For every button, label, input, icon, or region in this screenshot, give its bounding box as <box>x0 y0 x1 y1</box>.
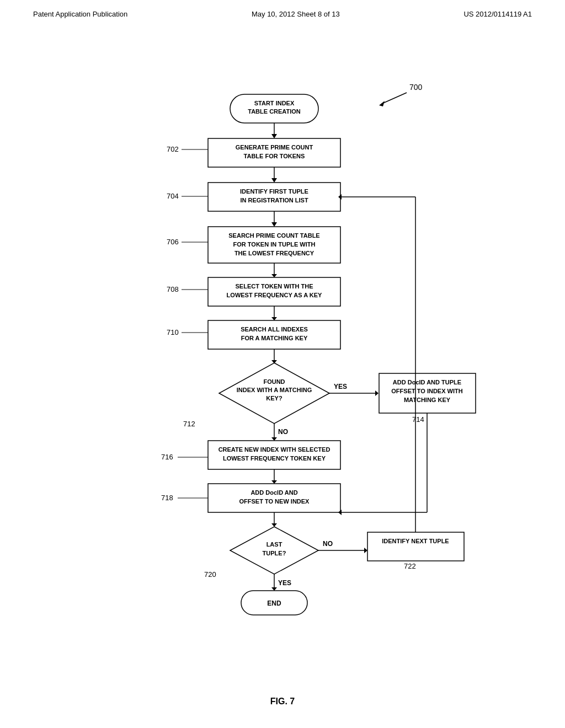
svg-line-0 <box>382 93 407 104</box>
n720-label2: TUPLE? <box>263 550 286 556</box>
flowchart-svg: 700 START INDEX TABLE CREATION 702 GENER… <box>67 29 498 691</box>
ref-708: 708 <box>167 285 179 293</box>
header-right: US 2012/0114119 A1 <box>463 10 532 18</box>
end-label: END <box>267 599 281 607</box>
n716-label1: CREATE NEW INDEX WITH SELECTED <box>218 446 331 453</box>
n714-label3: MATCHING KEY <box>404 397 451 403</box>
no-label2: NO <box>323 540 333 548</box>
n708-label1: SELECT TOKEN WITH THE <box>236 283 313 290</box>
svg-rect-45 <box>367 532 464 561</box>
n712-label3: KEY? <box>266 395 282 402</box>
n716-label2: LOWEST FREQUENCY TOKEN KEY <box>223 455 326 462</box>
ref-700: 700 <box>409 83 423 92</box>
ref-702: 702 <box>167 145 179 153</box>
yes-label2: YES <box>278 579 291 587</box>
svg-marker-27 <box>375 390 379 396</box>
ref-712: 712 <box>183 420 195 428</box>
svg-marker-50 <box>271 587 277 591</box>
svg-marker-29 <box>271 437 277 441</box>
n714-label2: OFFSET TO INDEX WITH <box>391 388 462 394</box>
n708-label2: LOWEST FREQUENCY AS A KEY <box>227 292 322 298</box>
n712-label1: FOUND <box>263 378 285 385</box>
svg-marker-25 <box>219 363 329 424</box>
svg-marker-39 <box>338 510 342 515</box>
n702-label1: GENERATE PRIME COUNT <box>236 144 313 151</box>
svg-marker-48 <box>338 194 342 200</box>
start-label: START INDEX <box>254 100 295 106</box>
yes-label: YES <box>334 383 347 390</box>
ref-720: 720 <box>204 570 216 579</box>
ref-706: 706 <box>167 238 179 246</box>
n702-label2: TABLE FOR TOKENS <box>244 153 305 159</box>
header-middle: May 10, 2012 Sheet 8 of 13 <box>252 10 340 18</box>
ref-714: 714 <box>412 415 424 424</box>
svg-marker-44 <box>364 548 367 553</box>
svg-marker-4 <box>271 134 277 138</box>
ref-718: 718 <box>161 494 173 502</box>
svg-marker-20 <box>271 317 277 320</box>
n714-label1: ADD DocID AND TUPLE <box>393 379 461 386</box>
svg-marker-41 <box>271 523 277 527</box>
ref-704: 704 <box>167 192 179 200</box>
svg-marker-16 <box>271 274 277 277</box>
start-label2: TABLE CREATION <box>248 108 301 115</box>
n704-label1: IDENTIFY FIRST TUPLE <box>240 188 308 195</box>
ref-722: 722 <box>404 562 416 570</box>
ref-710: 710 <box>167 328 179 336</box>
n718-label1: ADD DocID AND <box>250 489 297 496</box>
n704-label2: IN REGISTRATION LIST <box>240 197 308 204</box>
page-header: Patent Application Publication May 10, 2… <box>0 0 565 24</box>
fig-caption: FIG. 7 <box>0 697 565 706</box>
n720-label1: LAST <box>266 541 282 548</box>
svg-marker-12 <box>271 222 277 227</box>
n710-label1: SEARCH ALL INDEXES <box>241 326 308 333</box>
svg-marker-8 <box>271 178 277 183</box>
svg-marker-33 <box>271 480 277 484</box>
n706-label2: FOR TOKEN IN TUPLE WITH <box>233 241 316 248</box>
n706-label3: THE LOWEST FREQUENCY <box>234 250 315 256</box>
n706-label1: SEARCH PRIME COUNT TABLE <box>228 232 319 239</box>
svg-marker-1 <box>379 101 385 106</box>
diagram-container: 700 START INDEX TABLE CREATION 702 GENER… <box>0 24 565 728</box>
ref-716: 716 <box>161 453 173 461</box>
n718-label2: OFFSET TO NEW INDEX <box>239 498 310 505</box>
header-left: Patent Application Publication <box>33 10 127 18</box>
n710-label2: FOR A MATCHING KEY <box>241 335 308 341</box>
no-label: NO <box>278 428 288 436</box>
n722-label1: IDENTIFY NEXT TUPLE <box>382 538 449 544</box>
n712-label2: INDEX WITH A MATCHING <box>237 387 312 393</box>
